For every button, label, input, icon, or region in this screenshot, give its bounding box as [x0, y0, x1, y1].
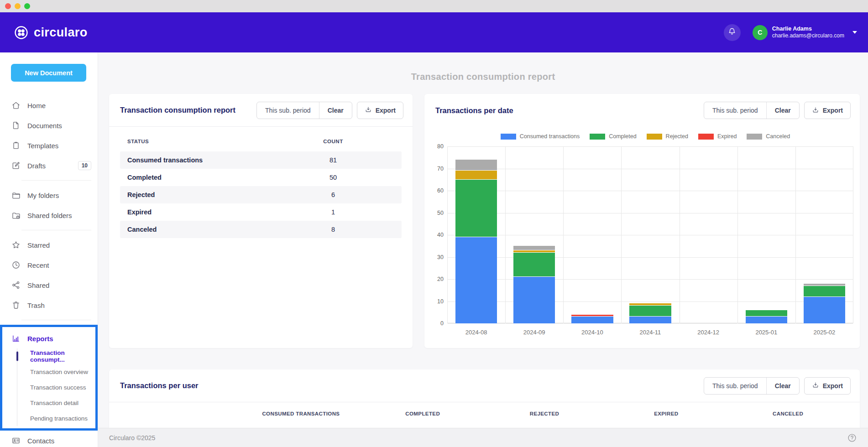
clear-filter-button[interactable]: Clear: [766, 378, 799, 394]
gridline-y: [447, 213, 853, 213]
bar-segment-consumed-transactions[interactable]: [455, 237, 497, 323]
bar-segment-rejected[interactable]: [455, 171, 497, 179]
user-email: charlie.adams@circularo.com: [772, 32, 844, 39]
summary-card-title: Transaction consumption report: [120, 106, 235, 114]
chart-card-title: Transactions per date: [435, 106, 513, 115]
main-content: Transaction consumption report Transacti…: [98, 52, 868, 447]
sidebar-subitem-transaction-success[interactable]: Transaction success: [17, 379, 98, 395]
count-cell: 1: [265, 208, 402, 216]
y-axis-tick: 0: [435, 320, 444, 327]
gridline-y: [447, 169, 853, 169]
sidebar-subitem-transaction-detail[interactable]: Transaction detail: [17, 395, 98, 411]
template-icon: [11, 141, 21, 150]
new-document-button[interactable]: New Document: [11, 64, 86, 82]
period-filter-button[interactable]: This sub. period: [704, 102, 766, 119]
sidebar-item-label: Templates: [27, 142, 58, 150]
bar-segment-completed[interactable]: [455, 180, 497, 237]
sidebar-item-contacts[interactable]: Contacts: [0, 431, 98, 447]
bar-segment-completed[interactable]: [746, 310, 788, 317]
window-titlebar: [0, 0, 868, 12]
legend-item-expired: Expired: [698, 133, 737, 140]
table-header-row: STATUSCOUNT: [120, 131, 402, 151]
sidebar-item-label: Trash: [27, 301, 45, 309]
legend-item-canceled: Canceled: [747, 133, 790, 140]
bar-segment-completed[interactable]: [629, 306, 671, 317]
sidebar-item-label: Drafts: [27, 162, 46, 170]
status-cell: Completed: [127, 174, 265, 181]
y-axis-tick: 30: [435, 254, 444, 260]
notifications-button[interactable]: [724, 24, 741, 41]
sidebar-item-shared[interactable]: Shared: [0, 275, 98, 295]
sidebar-item-reports[interactable]: Reports: [0, 328, 98, 348]
bar-segment-rejected[interactable]: [629, 303, 671, 306]
gridline-y: [447, 301, 853, 302]
id-card-icon: [11, 436, 21, 445]
bar-segment-completed[interactable]: [513, 253, 555, 277]
chart-plot-area: [447, 146, 853, 323]
bar-segment-canceled[interactable]: [513, 246, 555, 250]
maximize-window-button[interactable]: [24, 3, 30, 9]
status-cell: Expired: [127, 208, 265, 216]
sidebar: New Document HomeDocumentsTemplatesDraft…: [0, 52, 98, 447]
sidebar-item-drafts[interactable]: Drafts10: [0, 156, 98, 176]
x-axis-label: 2024-10: [563, 329, 621, 336]
sidebar-item-label: Reports: [27, 335, 53, 343]
export-button[interactable]: Export: [804, 377, 851, 395]
bar-segment-expired[interactable]: [571, 315, 613, 317]
period-filter-button[interactable]: This sub. period: [257, 102, 319, 119]
sidebar-item-templates[interactable]: Templates: [0, 135, 98, 156]
help-button[interactable]: [847, 433, 857, 443]
bar-segment-canceled[interactable]: [804, 284, 846, 286]
bar-segment-consumed-transactions[interactable]: [629, 317, 671, 323]
table-row: Completed50: [120, 169, 402, 186]
bar-segment-consumed-transactions[interactable]: [513, 277, 555, 323]
x-axis-label: 2024-12: [680, 329, 737, 336]
bar-segment-consumed-transactions[interactable]: [804, 297, 846, 323]
download-icon: [812, 106, 819, 115]
sidebar-item-label: Home: [27, 102, 46, 109]
bar-segment-consumed-transactions[interactable]: [746, 317, 788, 323]
sidebar-subitem-label: Transaction overview: [30, 369, 88, 375]
legend-swatch: [698, 134, 714, 140]
active-indicator: [16, 352, 18, 361]
gridline-y: [447, 235, 853, 235]
bar-segment-consumed-transactions[interactable]: [571, 317, 613, 323]
legend-label: Completed: [609, 133, 636, 140]
y-axis-tick: 50: [435, 210, 444, 216]
sidebar-item-starred[interactable]: Starred: [0, 235, 98, 255]
user-name: Charlie Adams: [772, 26, 844, 33]
sidebar-item-recent[interactable]: Recent: [0, 255, 98, 275]
export-button[interactable]: Export: [804, 102, 851, 119]
reports-sub-list: Transaction consumpt...Transaction overv…: [17, 348, 98, 426]
status-cell: Rejected: [127, 191, 265, 198]
sidebar-item-documents[interactable]: Documents: [0, 115, 98, 135]
sidebar-subitem-pending-transactions[interactable]: Pending transactions: [17, 411, 98, 426]
sidebar-item-shared-folders[interactable]: Shared folders: [0, 205, 98, 225]
export-button[interactable]: Export: [357, 102, 403, 119]
gridline-y: [447, 257, 853, 258]
reports-section: ReportsTransaction consumpt...Transactio…: [0, 325, 98, 431]
user-menu[interactable]: C Charlie Adams charlie.adams@circularo.…: [753, 25, 857, 40]
bar-segment-rejected[interactable]: [513, 250, 555, 253]
close-window-button[interactable]: [5, 3, 11, 9]
status-cell: Canceled: [127, 226, 265, 233]
count-cell: 50: [265, 174, 402, 181]
sidebar-item-trash[interactable]: Trash: [0, 295, 98, 315]
column-header-status: STATUS: [127, 139, 265, 144]
nav-divider: [21, 180, 91, 181]
count-cell: 6: [265, 191, 402, 198]
gridline-y: [447, 146, 853, 147]
bar-segment-canceled[interactable]: [455, 160, 497, 171]
users-card-title: Transactions per user: [120, 381, 199, 390]
sidebar-item-my-folders[interactable]: My folders: [0, 185, 98, 205]
brand[interactable]: circularo: [14, 25, 88, 40]
sidebar-subitem-transaction-overview[interactable]: Transaction overview: [17, 364, 98, 379]
period-filter-button[interactable]: This sub. period: [704, 378, 766, 394]
clear-filter-button[interactable]: Clear: [766, 102, 799, 119]
bar-segment-completed[interactable]: [804, 286, 846, 297]
sidebar-subitem-transaction-consumpt[interactable]: Transaction consumpt...: [17, 348, 98, 364]
y-axis-tick: 60: [435, 187, 444, 194]
clear-filter-button[interactable]: Clear: [319, 102, 352, 119]
sidebar-item-home[interactable]: Home: [0, 95, 98, 115]
minimize-window-button[interactable]: [15, 3, 21, 9]
